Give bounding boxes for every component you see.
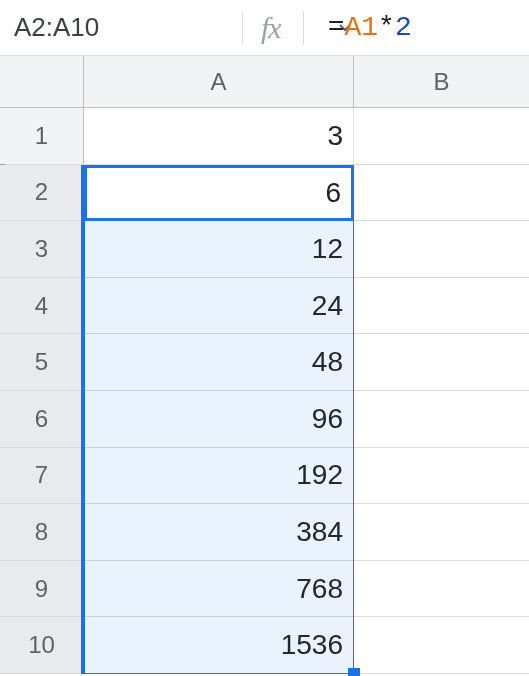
- table-row: 1 3: [0, 108, 529, 165]
- select-all-corner[interactable]: [0, 56, 84, 107]
- cell-b4[interactable]: [354, 278, 529, 334]
- row-header-9[interactable]: 9: [0, 561, 84, 617]
- cell-b8[interactable]: [354, 504, 529, 560]
- cell-a9[interactable]: 768: [84, 561, 354, 617]
- cell-a6[interactable]: 96: [84, 391, 354, 447]
- row-header-6[interactable]: 6: [0, 391, 84, 447]
- cell-b5[interactable]: [354, 334, 529, 390]
- cell-b2[interactable]: [354, 165, 529, 221]
- cell-b3[interactable]: [354, 221, 529, 277]
- formula-bar: fx =A1*2: [0, 0, 529, 56]
- row-header-3[interactable]: 3: [0, 221, 84, 277]
- cell-a10[interactable]: 1536: [84, 617, 354, 673]
- cell-a1[interactable]: 3: [84, 108, 354, 164]
- cell-b10[interactable]: [354, 617, 529, 673]
- table-row: 10 1536: [0, 617, 529, 674]
- table-row: 9 768: [0, 561, 529, 618]
- spreadsheet-grid: A B 1 3 2 6 3 12 4 24 5 48 6: [0, 56, 529, 674]
- formula-reference: A1: [344, 12, 378, 43]
- rows: 1 3 2 6 3 12 4 24 5 48 6 96: [0, 108, 529, 674]
- row-header-4[interactable]: 4: [0, 278, 84, 334]
- column-headers: A B: [0, 56, 529, 108]
- table-row: 7 192: [0, 448, 529, 505]
- formula-equals: =: [328, 12, 345, 43]
- table-row: 4 24: [0, 278, 529, 335]
- separator: [242, 11, 243, 45]
- row-header-1[interactable]: 1: [0, 108, 84, 164]
- cell-b7[interactable]: [354, 448, 529, 504]
- table-row: 8 384: [0, 504, 529, 561]
- row-header-2[interactable]: 2: [0, 165, 84, 221]
- fx-icon[interactable]: fx: [261, 11, 285, 45]
- cell-a4[interactable]: 24: [84, 278, 354, 334]
- table-row: 5 48: [0, 334, 529, 391]
- name-box-container: [14, 12, 224, 43]
- cell-a3[interactable]: 12: [84, 221, 354, 277]
- formula-input[interactable]: =A1*2: [322, 12, 519, 43]
- table-row: 2 6: [0, 165, 529, 222]
- cell-a8[interactable]: 384: [84, 504, 354, 560]
- row-header-7[interactable]: 7: [0, 448, 84, 504]
- cell-a7[interactable]: 192: [84, 448, 354, 504]
- formula-number: 2: [395, 12, 412, 43]
- table-row: 3 12: [0, 221, 529, 278]
- cell-b6[interactable]: [354, 391, 529, 447]
- row-header-10[interactable]: 10: [0, 617, 84, 673]
- cell-a2[interactable]: 6: [84, 165, 354, 221]
- cell-a5[interactable]: 48: [84, 334, 354, 390]
- cell-b1[interactable]: [354, 108, 529, 164]
- formula-operator: *: [378, 12, 395, 43]
- column-header-b[interactable]: B: [354, 56, 529, 107]
- row-header-8[interactable]: 8: [0, 504, 84, 560]
- table-row: 6 96: [0, 391, 529, 448]
- cell-b9[interactable]: [354, 561, 529, 617]
- name-box[interactable]: [14, 12, 339, 43]
- separator: [303, 11, 304, 45]
- column-header-a[interactable]: A: [84, 56, 354, 107]
- row-header-5[interactable]: 5: [0, 334, 84, 390]
